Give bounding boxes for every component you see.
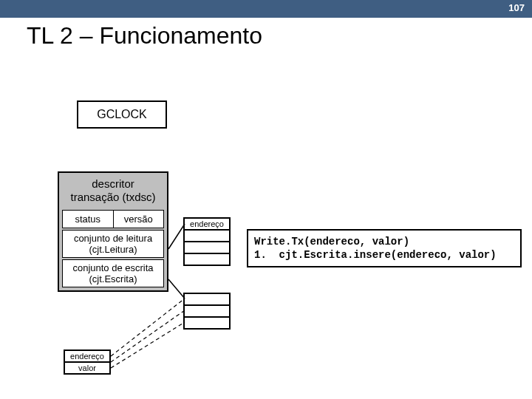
descriptor-readset-row: conjunto de leitura (cjt.Leitura) xyxy=(62,230,164,258)
descriptor-writeset-line2: (cjt.Escrita) xyxy=(89,273,137,284)
writeset-table xyxy=(183,293,231,330)
descriptor-readset-line1: conjunto de leitura xyxy=(74,233,152,244)
transaction-descriptor: descritor transação (txdsc) status versã… xyxy=(58,171,168,292)
descriptor-readset-line2: (cjt.Leitura) xyxy=(89,244,137,255)
svg-line-3 xyxy=(111,310,185,362)
writeset-cell xyxy=(184,317,230,329)
writeset-cell xyxy=(184,293,230,305)
slide-number: 107 xyxy=(508,2,525,13)
kv-valor: valor xyxy=(64,362,110,374)
writeset-cell xyxy=(184,305,230,317)
readset-header: endereço xyxy=(184,218,230,230)
readset-cell xyxy=(184,230,230,242)
header-bar: 107 xyxy=(0,0,532,18)
svg-line-0 xyxy=(168,224,185,249)
kv-endereco: endereço xyxy=(64,350,110,362)
descriptor-writeset-line1: conjunto de escrita xyxy=(72,262,153,273)
readset-table: endereço xyxy=(183,217,231,266)
descriptor-header-line1: descritor xyxy=(92,177,134,190)
code-box: Write.Tx(endereco, valor) 1. cjt.Escrita… xyxy=(247,229,522,267)
descriptor-header-line2: transação (txdsc) xyxy=(70,191,155,203)
gclock-box: GCLOCK xyxy=(77,100,167,129)
svg-line-4 xyxy=(111,322,185,368)
readset-cell xyxy=(184,253,230,265)
key-value-labels: endereço valor xyxy=(64,349,111,375)
descriptor-header: descritor transação (txdsc) xyxy=(61,174,166,208)
descriptor-status-cell: status xyxy=(63,211,113,228)
descriptor-status-row: status versão xyxy=(62,210,164,228)
svg-line-1 xyxy=(168,279,185,299)
slide-title: TL 2 – Funcionamento xyxy=(27,22,262,50)
descriptor-version-cell: versão xyxy=(113,211,164,228)
code-line-1: Write.Tx(endereco, valor) xyxy=(254,236,409,248)
svg-line-2 xyxy=(111,299,185,356)
code-line-2: 1. cjt.Escrita.insere(endereco, valor) xyxy=(254,249,497,261)
readset-cell xyxy=(184,242,230,253)
descriptor-writeset-row: conjunto de escrita (cjt.Escrita) xyxy=(62,259,164,287)
